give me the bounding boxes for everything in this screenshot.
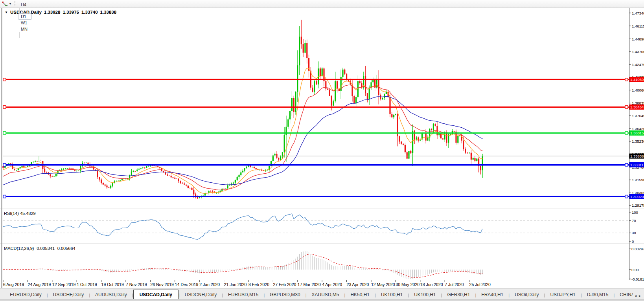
chart-canvas: 1.473401.461151.448901.437001.424751.412… [0, 0, 644, 301]
chart-tabs: EURUSD,Daily|USDCHF,Daily|AUDUSD,Daily|U… [0, 289, 633, 299]
macd-plot-area[interactable] [3, 245, 629, 280]
svg-text:7 Nov 2019: 7 Nov 2019 [126, 282, 147, 287]
svg-text:25 Jul 2020: 25 Jul 2020 [469, 282, 491, 287]
tab-gbpusd-m30[interactable]: GBPUSD,M30 [265, 290, 305, 299]
timeframe-button-H4[interactable]: H4 [18, 2, 32, 8]
tab-scroll-right-icon[interactable]: ▸ [639, 294, 641, 298]
chart-tab-bar: EURUSD,Daily|USDCHF,Daily|AUDUSD,Daily|U… [0, 289, 644, 299]
svg-text:-0.01815: -0.01815 [631, 277, 644, 281]
svg-text:6 Aug 2019: 6 Aug 2019 [3, 282, 24, 287]
svg-text:0.00: 0.00 [631, 268, 639, 272]
window-bottom-strip [0, 299, 644, 301]
svg-text:1.33011: 1.33011 [630, 163, 644, 167]
hline-handle[interactable] [625, 78, 628, 81]
tab-usdjpy-h1[interactable]: USDJPY,H1 [545, 290, 580, 299]
svg-text:1.36015: 1.36015 [630, 131, 644, 135]
svg-text:4 Apr 2020: 4 Apr 2020 [322, 282, 342, 287]
svg-text:1.46115: 1.46115 [632, 24, 644, 28]
chart-cursor-icon[interactable] [1, 1, 8, 7]
tab-usdchf-daily[interactable]: USDCHF,Daily [48, 290, 89, 299]
svg-text:30 May 2020: 30 May 2020 [396, 282, 420, 287]
hline-handle[interactable] [625, 132, 628, 134]
toolbar-dropdown-caret-icon[interactable]: ▼ [9, 2, 12, 6]
svg-text:27 Feb 2020: 27 Feb 2020 [273, 282, 296, 287]
timeframe-button-D1[interactable]: D1 [18, 13, 32, 20]
ohlc-open: 1.33928 [44, 10, 61, 15]
timeframe-button-W1[interactable]: W1 [18, 20, 32, 26]
main-chart-plot-area[interactable] [3, 9, 629, 209]
hline-handle[interactable] [3, 78, 6, 81]
tab-usdcnh-daily[interactable]: USDCNH,Daily [180, 290, 222, 299]
svg-text:12 May 2020: 12 May 2020 [371, 282, 395, 287]
svg-text:1.38464: 1.38464 [630, 105, 644, 109]
svg-text:1.41060: 1.41060 [630, 77, 644, 82]
rsi-indicator-label: RSI(14) 45.4829 [4, 211, 36, 216]
symbol-dropdown-icon[interactable]: ▼ [5, 11, 8, 14]
tab-usoil-daily[interactable]: USOil,Daily [510, 290, 544, 299]
svg-text:12 Sep 2019: 12 Sep 2019 [52, 282, 76, 287]
timeframe-button-MN[interactable]: MN [18, 26, 32, 32]
svg-text:100: 100 [632, 210, 638, 215]
tab-scroll-controls: ◂ ▸ [633, 294, 644, 299]
tab-uk100-h1[interactable]: UK100,H1 [376, 290, 408, 299]
tab-dj30-m15[interactable]: DJ30,M15 [582, 290, 614, 299]
hline-handle[interactable] [625, 163, 628, 166]
svg-text:1.42475: 1.42475 [632, 62, 644, 67]
svg-text:70: 70 [632, 218, 636, 223]
svg-text:2 Jan 2020: 2 Jan 2020 [199, 282, 220, 287]
svg-text:0.032972: 0.032972 [631, 247, 644, 251]
svg-text:1.29175: 1.29175 [632, 203, 644, 207]
tab-ger30-h1[interactable]: GER30,H1 [442, 290, 475, 299]
svg-text:7 Jul 2020: 7 Jul 2020 [445, 282, 464, 287]
svg-text:0: 0 [632, 239, 634, 244]
tab-xauusd-m5[interactable]: XAUUSD,M5 [307, 290, 344, 299]
toolbar-separator [19, 32, 20, 38]
tab-eurusd-daily[interactable]: EURUSD,Daily [5, 290, 47, 299]
tab-uk100-h1-2[interactable]: UK100,H1 [409, 290, 441, 299]
ohlc-close: 1.33838 [100, 10, 117, 15]
svg-text:30: 30 [632, 231, 636, 235]
hline-handle[interactable] [3, 132, 6, 134]
svg-text:14 Dec 2019: 14 Dec 2019 [175, 282, 199, 287]
svg-text:23 Apr 2020: 23 Apr 2020 [347, 282, 369, 287]
svg-text:18 Jun 2020: 18 Jun 2020 [420, 282, 443, 287]
hline-handle[interactable] [3, 163, 6, 166]
svg-text:1.44890: 1.44890 [632, 37, 644, 41]
toolbar-separator [19, 8, 20, 13]
hline-handle[interactable] [625, 106, 628, 108]
tab-usdcad-daily[interactable]: USDCAD,Daily [133, 290, 178, 299]
svg-text:1.31590: 1.31590 [632, 178, 644, 182]
tab-fra40-h1[interactable]: FRA40,H1 [476, 290, 508, 299]
svg-text:1.37645: 1.37645 [632, 114, 644, 118]
svg-text:8 Feb 2020: 8 Feb 2020 [248, 282, 269, 287]
svg-text:1.36420: 1.36420 [632, 127, 644, 131]
toolbar: ▼ M1M5M15M30H1H4D1W1MN [0, 0, 644, 8]
toolbar-grip-handle[interactable] [15, 1, 15, 6]
rsi-plot-area[interactable] [3, 210, 629, 244]
hline-handle[interactable] [625, 195, 628, 198]
ohlc-high: 1.33975 [63, 10, 79, 15]
hline-handle[interactable] [3, 106, 6, 108]
tab-hk50-h1[interactable]: HK50,H1 [345, 290, 375, 299]
svg-text:17 Mar 2020: 17 Mar 2020 [298, 282, 321, 287]
svg-text:1.40060: 1.40060 [632, 88, 644, 92]
tab-eurusd-m15[interactable]: EURUSD,M15 [223, 290, 263, 299]
svg-text:1.30020: 1.30020 [630, 195, 644, 199]
svg-text:1.35230: 1.35230 [632, 139, 644, 143]
svg-text:1.47340: 1.47340 [632, 11, 644, 15]
tab-scroll-left-icon[interactable]: ◂ [635, 294, 637, 298]
tab-audusd-daily[interactable]: AUDUSD,Daily [90, 290, 132, 299]
svg-text:26 Nov 2019: 26 Nov 2019 [150, 282, 174, 287]
svg-text:1.43700: 1.43700 [632, 50, 644, 54]
svg-text:24 Aug 2019: 24 Aug 2019 [28, 282, 51, 287]
svg-text:1 Oct 2019: 1 Oct 2019 [77, 282, 97, 287]
svg-text:21 Jan 2020: 21 Jan 2020 [224, 282, 247, 287]
tab-china300-h4[interactable]: CHINA300,H4 [615, 290, 633, 299]
ohlc-low: 1.33740 [81, 10, 98, 15]
timeframe-buttons: M1M5M15M30H1H4D1W1MN [18, 0, 32, 38]
macd-indicator-label: MACD(12,26,9) -0.005341 -0.005664 [4, 246, 75, 251]
hline-handle[interactable] [3, 195, 6, 198]
svg-text:1.33838: 1.33838 [630, 154, 644, 158]
svg-text:19 Oct 2019: 19 Oct 2019 [101, 282, 124, 287]
